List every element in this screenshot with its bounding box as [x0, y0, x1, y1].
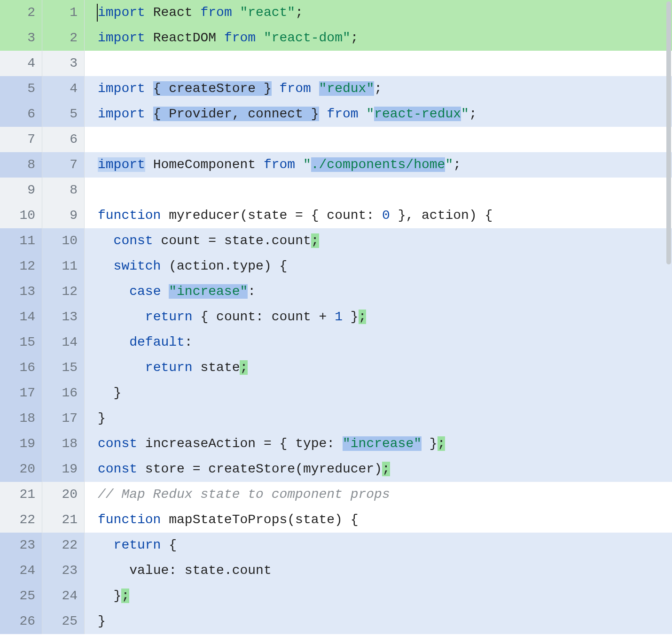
code-line[interactable]: const count = state.count;: [85, 228, 672, 254]
line-number-old: 10: [0, 203, 42, 228]
diff-row[interactable]: 87import HomeComponent from "./component…: [0, 152, 672, 178]
line-number-old: 13: [0, 279, 42, 304]
line-number-new: 2: [42, 25, 85, 51]
code-line[interactable]: [85, 127, 672, 152]
line-number-old: 17: [0, 380, 42, 406]
code-line[interactable]: const increaseAction = { type: "increase…: [85, 431, 672, 457]
line-number-old: 9: [0, 178, 42, 203]
line-number-new: 3: [42, 51, 85, 76]
diff-row[interactable]: 65import { Provider, connect } from "rea…: [0, 101, 672, 127]
diff-row[interactable]: 76: [0, 127, 672, 152]
code-line[interactable]: function myreducer(state = { count: 0 },…: [85, 203, 672, 228]
line-number-new: 12: [42, 279, 85, 304]
line-number-new: 7: [42, 152, 85, 178]
code-line[interactable]: };: [85, 583, 672, 609]
line-number-old: 26: [0, 609, 42, 634]
line-number-old: 3: [0, 25, 42, 51]
code-line[interactable]: [85, 178, 672, 203]
line-number-old: 25: [0, 583, 42, 609]
diff-row[interactable]: 2019const store = createStore(myreducer)…: [0, 457, 672, 482]
line-number-old: 19: [0, 431, 42, 457]
code-line[interactable]: value: state.count: [85, 558, 672, 583]
scrollbar-thumb[interactable]: [666, 1, 671, 264]
diff-row[interactable]: 2322 return {: [0, 533, 672, 558]
line-number-old: 5: [0, 76, 42, 101]
diff-row[interactable]: 1514 default:: [0, 330, 672, 355]
line-number-new: 1: [42, 0, 85, 25]
line-number-new: 8: [42, 178, 85, 203]
code-line[interactable]: import ReactDOM from "react-dom";: [85, 25, 672, 51]
diff-row[interactable]: 2524 };: [0, 583, 672, 609]
code-line[interactable]: }: [85, 406, 672, 431]
line-number-new: 21: [42, 507, 85, 533]
diff-row[interactable]: 1312 case "increase":: [0, 279, 672, 304]
code-line[interactable]: return {: [85, 533, 672, 558]
line-number-new: 16: [42, 380, 85, 406]
diff-row[interactable]: 1817}: [0, 406, 672, 431]
line-number-new: 18: [42, 431, 85, 457]
line-number-new: 14: [42, 330, 85, 355]
line-number-new: 9: [42, 203, 85, 228]
diff-row[interactable]: 2625}: [0, 609, 672, 634]
code-line[interactable]: switch (action.type) {: [85, 254, 672, 279]
line-number-old: 24: [0, 558, 42, 583]
code-line[interactable]: import React from "react";: [85, 0, 672, 25]
code-line[interactable]: }: [85, 609, 672, 634]
line-number-old: 7: [0, 127, 42, 152]
line-number-new: 19: [42, 457, 85, 482]
code-line[interactable]: function mapStateToProps(state) {: [85, 507, 672, 533]
diff-row[interactable]: 1716 }: [0, 380, 672, 406]
diff-row[interactable]: 109function myreducer(state = { count: 0…: [0, 203, 672, 228]
diff-row[interactable]: 54import { createStore } from "redux";: [0, 76, 672, 101]
line-number-old: 23: [0, 533, 42, 558]
code-line[interactable]: default:: [85, 330, 672, 355]
code-line[interactable]: return state;: [85, 355, 672, 380]
diff-row[interactable]: 1211 switch (action.type) {: [0, 254, 672, 279]
line-number-new: 20: [42, 482, 85, 507]
line-number-new: 22: [42, 533, 85, 558]
text-cursor: [97, 4, 98, 22]
line-number-old: 16: [0, 355, 42, 380]
diff-editor[interactable]: 21import React from "react";32import Rea…: [0, 0, 672, 635]
line-number-old: 2: [0, 0, 42, 25]
line-number-old: 12: [0, 254, 42, 279]
diff-row[interactable]: 1615 return state;: [0, 355, 672, 380]
code-line[interactable]: const store = createStore(myreducer);: [85, 457, 672, 482]
diff-row[interactable]: 43: [0, 51, 672, 76]
line-number-new: 5: [42, 101, 85, 127]
line-number-old: 20: [0, 457, 42, 482]
code-line[interactable]: import HomeComponent from "./components/…: [85, 152, 672, 178]
line-number-new: 15: [42, 355, 85, 380]
line-number-old: 4: [0, 51, 42, 76]
code-line[interactable]: import { Provider, connect } from "react…: [85, 101, 672, 127]
code-line[interactable]: case "increase":: [85, 279, 672, 304]
diff-row[interactable]: 2120// Map Redux state to component prop…: [0, 482, 672, 507]
line-number-old: 15: [0, 330, 42, 355]
line-number-new: 4: [42, 76, 85, 101]
line-number-old: 14: [0, 304, 42, 330]
line-number-new: 6: [42, 127, 85, 152]
line-number-new: 25: [42, 609, 85, 634]
code-line[interactable]: [85, 51, 672, 76]
line-number-old: 18: [0, 406, 42, 431]
line-number-old: 8: [0, 152, 42, 178]
line-number-old: 6: [0, 101, 42, 127]
code-line[interactable]: import { createStore } from "redux";: [85, 76, 672, 101]
diff-row[interactable]: 2221function mapStateToProps(state) {: [0, 507, 672, 533]
line-number-old: 21: [0, 482, 42, 507]
line-number-new: 24: [42, 583, 85, 609]
diff-row[interactable]: 1413 return { count: count + 1 };: [0, 304, 672, 330]
diff-row[interactable]: 2423 value: state.count: [0, 558, 672, 583]
diff-row[interactable]: 32import ReactDOM from "react-dom";: [0, 25, 672, 51]
code-line[interactable]: return { count: count + 1 };: [85, 304, 672, 330]
line-number-old: 22: [0, 507, 42, 533]
code-line[interactable]: // Map Redux state to component props: [85, 482, 672, 507]
diff-row[interactable]: 98: [0, 178, 672, 203]
line-number-new: 13: [42, 304, 85, 330]
diff-row[interactable]: 1110 const count = state.count;: [0, 228, 672, 254]
line-number-new: 17: [42, 406, 85, 431]
diff-row[interactable]: 1918const increaseAction = { type: "incr…: [0, 431, 672, 457]
diff-row[interactable]: 21import React from "react";: [0, 0, 672, 25]
line-number-new: 11: [42, 254, 85, 279]
code-line[interactable]: }: [85, 380, 672, 406]
